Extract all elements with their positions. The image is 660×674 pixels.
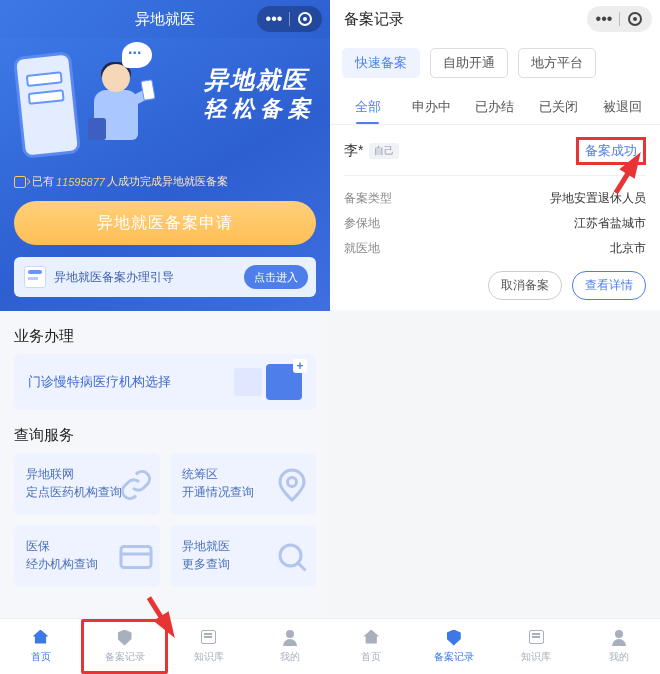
filter-quick[interactable]: 快速备案 (342, 48, 420, 78)
record-row-insured: 参保地 江苏省盐城市 (344, 211, 646, 236)
view-detail-button[interactable]: 查看详情 (572, 271, 646, 300)
user-icon (280, 630, 300, 648)
guide-row[interactable]: 异地就医备案办理引导 点击进入 (14, 257, 316, 297)
more-icon[interactable]: ••• (589, 7, 619, 31)
location-icon (274, 467, 310, 503)
tab2-done[interactable]: 已办结 (463, 88, 527, 124)
tab2-returned[interactable]: 被退回 (590, 88, 654, 124)
status-tabs: 全部 申办中 已办结 已关闭 被退回 (330, 88, 660, 125)
header-title: 异地就医 (135, 10, 195, 29)
record-header: 李* 自己 备案成功 (344, 137, 646, 176)
record-name: 李* 自己 (344, 142, 399, 160)
query-grid: 异地联网 定点医药机构查询 统筹区 开通情况查询 医保 经办机构查询 异地就医 … (0, 453, 330, 597)
miniprogram-capsule[interactable]: ••• (587, 6, 652, 32)
tab-home[interactable]: 首页 (330, 619, 413, 674)
guide-enter-button[interactable]: 点击进入 (244, 265, 308, 289)
document-icon (24, 266, 46, 288)
tab-knowledge[interactable]: 知识库 (168, 619, 249, 674)
query-card-region[interactable]: 统筹区 开通情况查询 (170, 453, 316, 515)
tab-records[interactable]: 备案记录 (81, 619, 168, 674)
biz-card[interactable]: 门诊慢特病医疗机构选择 (14, 354, 316, 410)
banner-illustration: 异地就医 轻松备案 (14, 48, 316, 168)
filter-row: 快速备案 自助开通 地方平台 (330, 38, 660, 88)
svg-point-0 (288, 478, 297, 487)
counter-number: 11595877 (56, 176, 105, 188)
filter-local[interactable]: 地方平台 (518, 48, 596, 78)
target-icon[interactable] (620, 7, 650, 31)
phone-left: 异地就医 ••• 异地就医 轻松备案 已有 (0, 0, 330, 674)
card-icon (118, 539, 154, 575)
query-card-more[interactable]: 异地就医 更多查询 (170, 525, 316, 587)
record-row-treat: 就医地 北京市 (344, 236, 646, 261)
tab-home[interactable]: 首页 (0, 619, 81, 674)
phone-right: 备案记录 ••• 快速备案 自助开通 地方平台 全部 申办中 已办结 已关闭 被… (330, 0, 660, 674)
tabbar-right: 首页 备案记录 知识库 我的 (330, 618, 660, 674)
banner-slogan: 异地就医 轻松备案 (204, 66, 316, 123)
home-icon (361, 630, 381, 648)
section-title-query: 查询服务 (0, 410, 330, 453)
user-icon (609, 630, 629, 648)
header-title: 备案记录 (344, 10, 404, 29)
home-icon (31, 630, 51, 648)
record-row-type: 备案类型 异地安置退休人员 (344, 186, 646, 211)
record-actions: 取消备案 查看详情 (344, 261, 646, 300)
success-counter: 已有 11595877 人成功完成异地就医备案 (14, 174, 316, 189)
svg-point-2 (280, 545, 301, 566)
more-icon[interactable]: ••• (259, 7, 289, 31)
tab2-closed[interactable]: 已关闭 (527, 88, 591, 124)
miniprogram-capsule[interactable]: ••• (257, 6, 322, 32)
self-tag: 自己 (369, 143, 399, 159)
query-card-agency[interactable]: 医保 经办机构查询 (14, 525, 160, 587)
target-icon[interactable] (290, 7, 320, 31)
header-left: 异地就医 ••• (0, 0, 330, 38)
tab-knowledge[interactable]: 知识库 (495, 619, 578, 674)
shield-icon (115, 630, 135, 648)
header-right: 备案记录 ••• (330, 0, 660, 38)
book-icon (199, 630, 219, 648)
section-title-biz: 业务办理 (0, 311, 330, 354)
svg-rect-1 (121, 547, 151, 568)
tab-mine[interactable]: 我的 (249, 619, 330, 674)
tab-mine[interactable]: 我的 (578, 619, 661, 674)
record-card[interactable]: 李* 自己 备案成功 备案类型 异地安置退休人员 参保地 江苏省盐城市 就医地 … (330, 125, 660, 310)
records-body: 李* 自己 备案成功 备案类型 异地安置退休人员 参保地 江苏省盐城市 就医地 … (330, 125, 660, 674)
tab2-processing[interactable]: 申办中 (400, 88, 464, 124)
phone-illustration (13, 51, 81, 159)
guide-text: 异地就医备案办理引导 (54, 269, 244, 286)
speech-bubble-icon (122, 42, 152, 68)
filter-self[interactable]: 自助开通 (430, 48, 508, 78)
tab-records[interactable]: 备案记录 (413, 619, 496, 674)
tab2-all[interactable]: 全部 (336, 88, 400, 124)
query-card-network[interactable]: 异地联网 定点医药机构查询 (14, 453, 160, 515)
shield-icon (444, 630, 464, 648)
cancel-record-button[interactable]: 取消备案 (488, 271, 562, 300)
apply-button[interactable]: 异地就医备案申请 (14, 201, 316, 245)
person-illustration (80, 60, 150, 160)
link-icon (118, 467, 154, 503)
more-query-icon (274, 539, 310, 575)
hero-banner: 异地就医 轻松备案 已有 11595877 人成功完成异地就医备案 异地就医备案… (0, 38, 330, 311)
book-icon (526, 630, 546, 648)
hospital-icon (266, 364, 302, 400)
sound-icon (14, 176, 26, 188)
